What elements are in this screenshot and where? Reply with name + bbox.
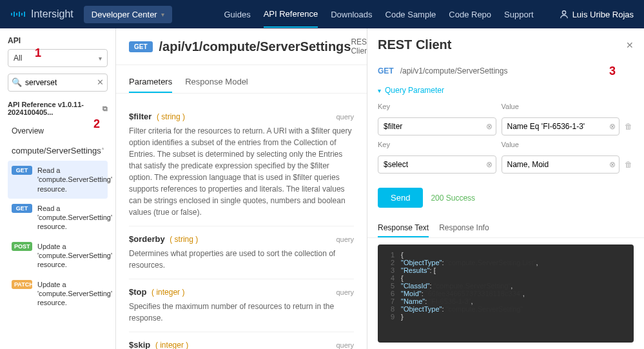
param-name: $orderby bbox=[129, 234, 165, 244]
send-row: Send 200 Success bbox=[367, 181, 644, 214]
nav-support[interactable]: Support bbox=[504, 10, 534, 19]
panel-title: REST Client bbox=[378, 37, 451, 52]
delete-row-icon[interactable]: 🗑 bbox=[625, 160, 634, 169]
center-tabs: Parameters Response Model bbox=[116, 65, 367, 94]
dev-center-label: Developer Center bbox=[92, 10, 157, 19]
user-menu[interactable]: Luis Uribe Rojas bbox=[560, 10, 634, 19]
main-layout: API All ▾ 🔍 ✕ API Reference v1.0.11-2024… bbox=[0, 28, 644, 349]
method-badge: GET bbox=[12, 166, 32, 175]
nav-guides[interactable]: Guides bbox=[224, 10, 250, 19]
endpoint-update-post[interactable]: POST Update a 'compute.ServerSetting' re… bbox=[8, 237, 108, 275]
svg-point-0 bbox=[562, 11, 565, 14]
nav-api-reference[interactable]: API Reference bbox=[264, 9, 318, 28]
annotation-marker-2: 2 bbox=[93, 117, 100, 131]
value-input[interactable] bbox=[502, 155, 620, 174]
endpoint-label: Update a 'compute.ServerSetting' resourc… bbox=[37, 280, 112, 308]
param-location: query bbox=[336, 235, 354, 243]
endpoint-update-patch[interactable]: PATCH Update a 'compute.ServerSetting' r… bbox=[8, 275, 108, 313]
annotation-marker-1: 1 bbox=[35, 46, 41, 60]
search-input[interactable] bbox=[8, 74, 108, 92]
param-type: ( integer ) bbox=[155, 341, 188, 349]
key-input[interactable] bbox=[378, 155, 496, 174]
endpoint-read-2[interactable]: GET Read a 'compute.ServerSetting' resou… bbox=[8, 199, 108, 237]
close-panel-icon[interactable]: ✕ bbox=[626, 40, 634, 50]
param-description: Determines what properties are used to s… bbox=[129, 248, 354, 271]
endpoint-label: Read a 'compute.ServerSetting' resource. bbox=[37, 204, 112, 232]
query-parameter-label: Query Parameter bbox=[385, 86, 444, 95]
param-top: $top ( integer )query Specifies the maxi… bbox=[129, 279, 354, 332]
param-name: $skip bbox=[129, 340, 150, 349]
method-badge: GET bbox=[129, 41, 153, 52]
endpoint-label: Read a 'compute.ServerSetting' resource. bbox=[37, 166, 112, 194]
endpoint-read-1[interactable]: GET Read a 'compute.ServerSetting' resou… bbox=[8, 161, 108, 199]
user-name: Luis Uribe Rojas bbox=[572, 10, 634, 19]
kv-row-2: ⊗ ⊗ 🗑 bbox=[378, 155, 634, 174]
kv-row-1: ⊗ ⊗ 🗑 bbox=[378, 117, 634, 135]
path-header: GET /api/v1/compute/ServerSettings REST … bbox=[116, 28, 367, 65]
chevron-down-icon: ▾ bbox=[378, 87, 381, 94]
param-type: ( string ) bbox=[157, 112, 185, 121]
json-response[interactable]: 1{2 "ObjectType": "compute.ServerSetting… bbox=[378, 244, 634, 343]
tab-response-info[interactable]: Response Info bbox=[439, 219, 489, 237]
send-button[interactable]: Send bbox=[378, 188, 423, 208]
cisco-logo-icon bbox=[10, 10, 26, 18]
param-type: ( string ) bbox=[170, 235, 198, 244]
copy-icon[interactable]: ⧉ bbox=[102, 105, 108, 113]
param-filter: $filter ( string )query Filter criteria … bbox=[129, 104, 354, 226]
param-name: $top bbox=[129, 287, 146, 297]
value-input[interactable] bbox=[502, 117, 620, 135]
kv-header-row: Key Value bbox=[378, 103, 634, 112]
api-path: /api/v1/compute/ServerSettings bbox=[159, 39, 351, 54]
nav-code-repo[interactable]: Code Repo bbox=[449, 10, 491, 19]
path-left: GET /api/v1/compute/ServerSettings bbox=[129, 39, 351, 54]
request-path: /api/v1/compute/ServerSettings bbox=[400, 66, 508, 75]
chevron-down-icon: ▾ bbox=[99, 55, 102, 62]
param-description: Specifies the maximum number of resource… bbox=[129, 301, 354, 324]
search-wrap: 🔍 ✕ bbox=[8, 74, 108, 92]
nav-code-sample[interactable]: Code Sample bbox=[385, 10, 436, 19]
clear-search-icon[interactable]: ✕ bbox=[97, 77, 104, 87]
chevron-down-icon: ▾ bbox=[161, 11, 164, 18]
method-badge: PATCH bbox=[12, 280, 32, 289]
developer-center-dropdown[interactable]: Developer Center ▾ bbox=[84, 6, 172, 23]
user-icon bbox=[560, 10, 569, 19]
method-badge: POST bbox=[12, 242, 32, 251]
nav-downloads[interactable]: Downloads bbox=[331, 10, 372, 19]
status-text: 200 Success bbox=[431, 194, 475, 203]
param-location: query bbox=[336, 113, 354, 121]
delete-row-icon[interactable]: 🗑 bbox=[625, 122, 634, 131]
tree-group-serversettings[interactable]: compute/ServerSettings ˄ bbox=[8, 141, 108, 161]
param-skip: $skip ( integer )query Specifies the num… bbox=[129, 332, 354, 349]
reference-title: API Reference v1.0.11-2024100405... ⧉ bbox=[8, 101, 108, 116]
tab-response-text[interactable]: Response Text bbox=[378, 219, 429, 237]
param-location: query bbox=[336, 288, 354, 296]
top-nav: Guides API Reference Downloads Code Samp… bbox=[224, 9, 634, 20]
panel-header: REST Client ✕ bbox=[367, 28, 644, 61]
param-description: Filter criteria for the resources to ret… bbox=[129, 125, 354, 218]
clear-icon[interactable]: ⊗ bbox=[609, 160, 616, 169]
tree-group-label: compute/ServerSettings bbox=[12, 146, 101, 155]
key-label: Key bbox=[378, 141, 496, 148]
key-label: Key bbox=[378, 103, 496, 110]
top-header: Intersight Developer Center ▾ Guides API… bbox=[0, 0, 644, 28]
value-label: Value bbox=[502, 141, 620, 148]
api-dropdown[interactable]: All ▾ bbox=[8, 49, 108, 67]
sidebar: API All ▾ 🔍 ✕ API Reference v1.0.11-2024… bbox=[0, 28, 116, 349]
tab-parameters[interactable]: Parameters bbox=[129, 72, 172, 93]
kv-header-row-2: Key Value bbox=[378, 141, 634, 150]
clear-icon[interactable]: ⊗ bbox=[609, 122, 616, 131]
key-input[interactable] bbox=[378, 117, 496, 135]
tree-overview[interactable]: Overview bbox=[8, 121, 108, 141]
rest-client-panel: REST Client ✕ GET /api/v1/compute/Server… bbox=[367, 28, 644, 349]
reference-title-text: API Reference v1.0.11-2024100405... bbox=[8, 101, 102, 116]
tab-response-model[interactable]: Response Model bbox=[185, 72, 248, 93]
clear-icon[interactable]: ⊗ bbox=[486, 160, 493, 169]
request-row: GET /api/v1/compute/ServerSettings bbox=[367, 61, 644, 81]
clear-icon[interactable]: ⊗ bbox=[486, 122, 493, 131]
api-tree: Overview compute/ServerSettings ˄ GET Re… bbox=[8, 121, 108, 313]
chevron-up-icon: ˄ bbox=[101, 147, 104, 154]
search-icon: 🔍 bbox=[12, 77, 22, 87]
query-parameter-toggle[interactable]: ▾ Query Parameter bbox=[367, 81, 644, 100]
value-label: Value bbox=[502, 103, 620, 110]
brand-name: Intersight bbox=[31, 8, 73, 20]
